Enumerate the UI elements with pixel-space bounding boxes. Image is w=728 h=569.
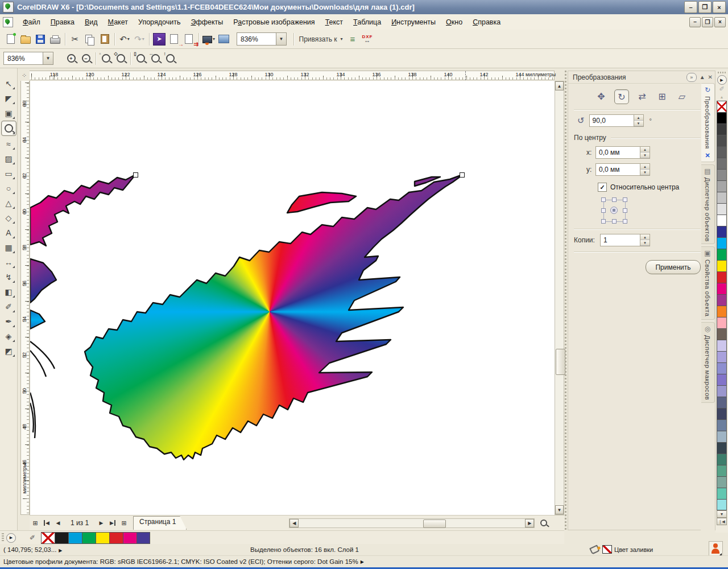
smart-fill-tool[interactable]: ▨ [2, 151, 16, 166]
shape-tool[interactable]: ◤ [2, 91, 16, 105]
options-button[interactable]: ≡ [345, 32, 360, 46]
scale-mirror-transform-button[interactable]: ⇄ [635, 89, 649, 103]
color-swatch-#000000[interactable] [717, 112, 727, 123]
apply-button[interactable]: Применить [646, 260, 701, 274]
paste-button[interactable] [97, 32, 112, 46]
anchor-point[interactable] [612, 219, 617, 224]
color-swatch-#707070[interactable] [717, 158, 727, 169]
rotate-transform-button[interactable]: ↻ [614, 89, 629, 104]
outline-pen-tool[interactable]: ✒ [2, 314, 16, 328]
new-document-button[interactable] [3, 32, 18, 46]
color-swatch-#FFAEB9[interactable] [717, 317, 727, 328]
x-spinner[interactable]: ▲▼ [640, 147, 650, 158]
docker-tab-свойства-объекта[interactable]: ▣Свойства объекта [701, 246, 715, 319]
color-swatch-#00A651[interactable] [717, 249, 727, 260]
previous-page-button[interactable]: ◀ [52, 517, 64, 529]
palette-scroll-down-button[interactable]: ▼ [717, 510, 727, 518]
scroll-down-button[interactable]: ▼ [555, 505, 564, 514]
center-y-input[interactable]: 0,0 мм ▲▼ [595, 163, 650, 176]
menu-item-вид[interactable]: Вид [80, 16, 103, 28]
zoom-in-button[interactable]: + [64, 52, 78, 65]
color-swatch-#36454F[interactable] [717, 442, 727, 453]
menu-item-текст[interactable]: Текст [320, 16, 348, 28]
eyedropper-icon[interactable]: ✐ [30, 534, 35, 542]
copies-spinner[interactable]: ▲▼ [640, 234, 650, 246]
close-button[interactable]: × [713, 1, 726, 13]
docker-grip[interactable] [565, 71, 566, 530]
color-swatch-#CDC6EC[interactable] [717, 340, 727, 351]
vertical-ruler[interactable]: миллиметры 6664626058565452504846 [20, 81, 30, 515]
color-swatch-#9FB4C4[interactable] [717, 431, 727, 442]
user-account-icon[interactable] [709, 541, 723, 557]
minimize-button[interactable]: – [684, 1, 697, 13]
add-page-before-button[interactable]: ⊞ [30, 517, 41, 529]
docker-tab-диспетчер-объектов[interactable]: ▤Диспетчер объектов [701, 164, 715, 245]
color-swatch-#8A8A8A[interactable] [717, 169, 727, 180]
doc-restore-button[interactable]: ❐ [702, 17, 713, 27]
menu-item-инструменты[interactable]: Инструменты [386, 16, 441, 28]
blend-tool[interactable]: ◧ [2, 284, 16, 299]
doc-color-swatch-#1A1A1A[interactable] [55, 532, 68, 544]
zoom-to-selection-button[interactable]: ▫ [98, 52, 113, 65]
zoom-to-all-objects-button[interactable]: ◇ [113, 52, 128, 65]
menu-item-справка[interactable]: Справка [468, 16, 506, 28]
import-button[interactable]: → [167, 32, 181, 46]
dimension-tool[interactable]: ↔ [2, 255, 16, 269]
color-swatch-#FFE600[interactable] [717, 260, 727, 271]
fill-color-swatch[interactable] [602, 545, 612, 554]
doc-minimize-button[interactable]: – [689, 17, 701, 27]
doc-close-button[interactable]: × [714, 17, 726, 27]
zoom-to-page-height-button[interactable]: ↕ [163, 52, 177, 65]
color-swatch-#6C7F9E[interactable] [717, 419, 727, 431]
anchor-point[interactable] [623, 208, 627, 213]
docker-tab-диспетчер-макросов[interactable]: ◎Диспетчер макросов [701, 322, 715, 403]
document-navigator-button[interactable] [538, 517, 549, 529]
doc-color-swatch-#453A94[interactable] [136, 532, 150, 544]
zoom-to-page-button[interactable]: ▯ [133, 52, 148, 65]
drawing-canvas[interactable] [30, 81, 555, 515]
first-page-button[interactable]: ◀ [41, 517, 52, 529]
docker-tab-преобразования[interactable]: ↻Преобразования✕ [701, 83, 715, 162]
horizontal-scrollbar[interactable]: ◀ ▶ [289, 518, 535, 528]
anchor-point[interactable] [601, 208, 606, 213]
color-swatch-#5E5E5E[interactable] [717, 146, 727, 158]
interactive-fill-tool[interactable]: ◩ [2, 344, 16, 358]
docker-flyout-button[interactable]: » [686, 73, 697, 82]
next-page-button[interactable]: ▶ [96, 517, 107, 529]
welcome-screen-button[interactable] [216, 32, 231, 46]
text-tool[interactable]: А [2, 225, 16, 240]
palette-flyout-button[interactable]: ▶ [6, 533, 16, 543]
color-swatch-#8E8FD0[interactable] [717, 362, 727, 374]
menu-item-таблица[interactable]: Таблица [348, 16, 386, 28]
color-swatch-#97E3E6[interactable] [717, 499, 727, 510]
angle-spinner[interactable]: ▲▼ [634, 115, 643, 126]
doc-color-swatch-#E6007E[interactable] [123, 532, 136, 544]
doc-color-swatch-#DA2128[interactable] [109, 532, 123, 544]
color-swatch-#8374C9[interactable] [717, 374, 727, 385]
print-button[interactable] [48, 32, 63, 46]
palette-expand-button[interactable]: ❘◀ [717, 518, 727, 525]
fill-tool[interactable]: ◈ [2, 329, 16, 343]
color-swatch-#A6A6A6[interactable] [717, 180, 727, 192]
cut-button[interactable]: ✂ [68, 32, 82, 46]
color-swatch-none[interactable] [717, 101, 727, 112]
pick-tool[interactable]: ↖ [2, 76, 16, 90]
ellipse-tool[interactable]: ○ [2, 181, 16, 195]
open-button[interactable] [18, 32, 33, 46]
color-swatch-#2E3192[interactable] [717, 226, 727, 237]
color-swatch-#A1338C[interactable] [717, 294, 727, 306]
color-swatch-#9B97CE[interactable] [717, 385, 727, 397]
color-swatch-#F58220[interactable] [717, 306, 727, 317]
menu-item-правка[interactable]: Правка [46, 16, 80, 28]
horizontal-scroll-thumb[interactable] [423, 519, 446, 528]
color-swatch-#6E6259[interactable] [717, 328, 727, 340]
menu-item-макет[interactable]: Макет [103, 16, 133, 28]
menu-item-растровые-изображения[interactable]: Растровые изображения [228, 16, 320, 28]
export-button[interactable]: ⇉ [181, 32, 196, 46]
table-tool[interactable]: ▦ [2, 240, 16, 254]
color-swatch-#C4C4C4[interactable] [717, 192, 727, 203]
menu-item-окно[interactable]: Окно [441, 16, 468, 28]
zoom-tool[interactable] [1, 121, 16, 136]
anchor-point[interactable] [623, 197, 627, 202]
angle-input[interactable]: 90,0 ▲▼ [589, 114, 644, 127]
